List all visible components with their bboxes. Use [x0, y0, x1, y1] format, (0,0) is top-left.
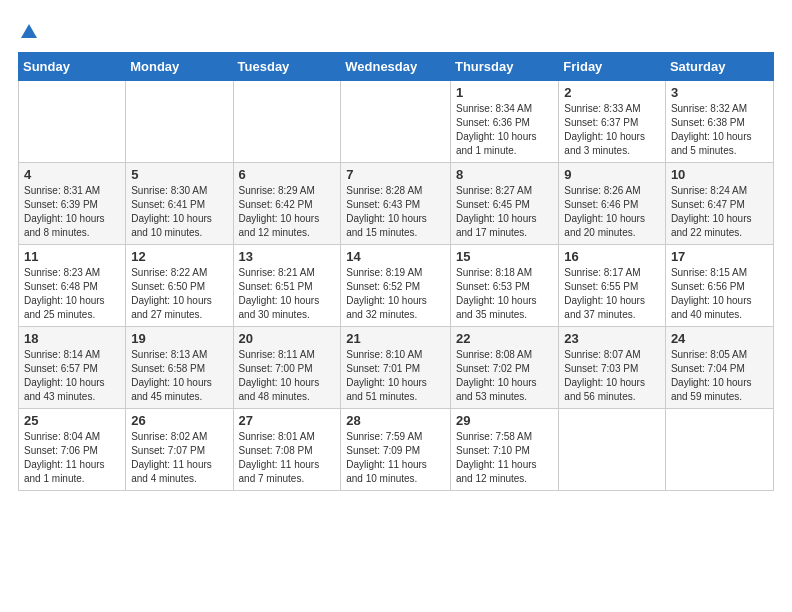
day-number: 24: [671, 331, 768, 346]
day-info: Sunrise: 8:17 AM Sunset: 6:55 PM Dayligh…: [564, 266, 660, 322]
day-cell-9: 9Sunrise: 8:26 AM Sunset: 6:46 PM Daylig…: [559, 163, 666, 245]
week-row-4: 18Sunrise: 8:14 AM Sunset: 6:57 PM Dayli…: [19, 327, 774, 409]
header-row-days: SundayMondayTuesdayWednesdayThursdayFrid…: [19, 53, 774, 81]
day-cell-14: 14Sunrise: 8:19 AM Sunset: 6:52 PM Dayli…: [341, 245, 451, 327]
day-info: Sunrise: 8:01 AM Sunset: 7:08 PM Dayligh…: [239, 430, 336, 486]
day-info: Sunrise: 8:33 AM Sunset: 6:37 PM Dayligh…: [564, 102, 660, 158]
day-cell-28: 28Sunrise: 7:59 AM Sunset: 7:09 PM Dayli…: [341, 409, 451, 491]
day-number: 6: [239, 167, 336, 182]
day-number: 16: [564, 249, 660, 264]
day-number: 8: [456, 167, 553, 182]
day-number: 21: [346, 331, 445, 346]
day-info: Sunrise: 8:18 AM Sunset: 6:53 PM Dayligh…: [456, 266, 553, 322]
day-cell-22: 22Sunrise: 8:08 AM Sunset: 7:02 PM Dayli…: [450, 327, 558, 409]
day-cell-3: 3Sunrise: 8:32 AM Sunset: 6:38 PM Daylig…: [665, 81, 773, 163]
day-info: Sunrise: 8:30 AM Sunset: 6:41 PM Dayligh…: [131, 184, 227, 240]
day-info: Sunrise: 8:10 AM Sunset: 7:01 PM Dayligh…: [346, 348, 445, 404]
day-info: Sunrise: 8:13 AM Sunset: 6:58 PM Dayligh…: [131, 348, 227, 404]
day-number: 27: [239, 413, 336, 428]
day-cell-16: 16Sunrise: 8:17 AM Sunset: 6:55 PM Dayli…: [559, 245, 666, 327]
day-info: Sunrise: 8:21 AM Sunset: 6:51 PM Dayligh…: [239, 266, 336, 322]
day-info: Sunrise: 8:26 AM Sunset: 6:46 PM Dayligh…: [564, 184, 660, 240]
day-number: 13: [239, 249, 336, 264]
day-info: Sunrise: 8:34 AM Sunset: 6:36 PM Dayligh…: [456, 102, 553, 158]
day-info: Sunrise: 7:59 AM Sunset: 7:09 PM Dayligh…: [346, 430, 445, 486]
day-cell-26: 26Sunrise: 8:02 AM Sunset: 7:07 PM Dayli…: [126, 409, 233, 491]
day-info: Sunrise: 8:32 AM Sunset: 6:38 PM Dayligh…: [671, 102, 768, 158]
day-number: 3: [671, 85, 768, 100]
day-info: Sunrise: 8:19 AM Sunset: 6:52 PM Dayligh…: [346, 266, 445, 322]
day-info: Sunrise: 8:22 AM Sunset: 6:50 PM Dayligh…: [131, 266, 227, 322]
day-number: 12: [131, 249, 227, 264]
day-number: 11: [24, 249, 120, 264]
logo: [18, 22, 38, 44]
day-cell-8: 8Sunrise: 8:27 AM Sunset: 6:45 PM Daylig…: [450, 163, 558, 245]
page-container: SundayMondayTuesdayWednesdayThursdayFrid…: [0, 0, 792, 501]
day-cell-15: 15Sunrise: 8:18 AM Sunset: 6:53 PM Dayli…: [450, 245, 558, 327]
header-tuesday: Tuesday: [233, 53, 341, 81]
day-info: Sunrise: 8:31 AM Sunset: 6:39 PM Dayligh…: [24, 184, 120, 240]
day-number: 29: [456, 413, 553, 428]
logo-arrow-icon: [20, 22, 38, 40]
day-number: 1: [456, 85, 553, 100]
empty-cell: [341, 81, 451, 163]
day-info: Sunrise: 8:23 AM Sunset: 6:48 PM Dayligh…: [24, 266, 120, 322]
empty-cell: [559, 409, 666, 491]
svg-marker-0: [21, 24, 37, 38]
day-cell-24: 24Sunrise: 8:05 AM Sunset: 7:04 PM Dayli…: [665, 327, 773, 409]
day-info: Sunrise: 8:14 AM Sunset: 6:57 PM Dayligh…: [24, 348, 120, 404]
day-number: 22: [456, 331, 553, 346]
header-row: [18, 18, 774, 44]
day-number: 17: [671, 249, 768, 264]
day-number: 25: [24, 413, 120, 428]
empty-cell: [233, 81, 341, 163]
header-thursday: Thursday: [450, 53, 558, 81]
day-info: Sunrise: 8:24 AM Sunset: 6:47 PM Dayligh…: [671, 184, 768, 240]
empty-cell: [665, 409, 773, 491]
day-number: 5: [131, 167, 227, 182]
day-cell-5: 5Sunrise: 8:30 AM Sunset: 6:41 PM Daylig…: [126, 163, 233, 245]
day-number: 4: [24, 167, 120, 182]
day-cell-23: 23Sunrise: 8:07 AM Sunset: 7:03 PM Dayli…: [559, 327, 666, 409]
day-number: 20: [239, 331, 336, 346]
day-info: Sunrise: 8:08 AM Sunset: 7:02 PM Dayligh…: [456, 348, 553, 404]
header-wednesday: Wednesday: [341, 53, 451, 81]
day-cell-18: 18Sunrise: 8:14 AM Sunset: 6:57 PM Dayli…: [19, 327, 126, 409]
day-number: 26: [131, 413, 227, 428]
header-sunday: Sunday: [19, 53, 126, 81]
day-cell-10: 10Sunrise: 8:24 AM Sunset: 6:47 PM Dayli…: [665, 163, 773, 245]
day-cell-4: 4Sunrise: 8:31 AM Sunset: 6:39 PM Daylig…: [19, 163, 126, 245]
header-saturday: Saturday: [665, 53, 773, 81]
day-cell-1: 1Sunrise: 8:34 AM Sunset: 6:36 PM Daylig…: [450, 81, 558, 163]
day-cell-13: 13Sunrise: 8:21 AM Sunset: 6:51 PM Dayli…: [233, 245, 341, 327]
day-number: 10: [671, 167, 768, 182]
day-cell-11: 11Sunrise: 8:23 AM Sunset: 6:48 PM Dayli…: [19, 245, 126, 327]
day-cell-6: 6Sunrise: 8:29 AM Sunset: 6:42 PM Daylig…: [233, 163, 341, 245]
day-info: Sunrise: 8:07 AM Sunset: 7:03 PM Dayligh…: [564, 348, 660, 404]
empty-cell: [126, 81, 233, 163]
day-number: 23: [564, 331, 660, 346]
day-cell-27: 27Sunrise: 8:01 AM Sunset: 7:08 PM Dayli…: [233, 409, 341, 491]
day-cell-20: 20Sunrise: 8:11 AM Sunset: 7:00 PM Dayli…: [233, 327, 341, 409]
day-number: 14: [346, 249, 445, 264]
day-number: 7: [346, 167, 445, 182]
week-row-3: 11Sunrise: 8:23 AM Sunset: 6:48 PM Dayli…: [19, 245, 774, 327]
day-number: 28: [346, 413, 445, 428]
day-info: Sunrise: 8:15 AM Sunset: 6:56 PM Dayligh…: [671, 266, 768, 322]
day-cell-29: 29Sunrise: 7:58 AM Sunset: 7:10 PM Dayli…: [450, 409, 558, 491]
day-info: Sunrise: 8:04 AM Sunset: 7:06 PM Dayligh…: [24, 430, 120, 486]
day-cell-19: 19Sunrise: 8:13 AM Sunset: 6:58 PM Dayli…: [126, 327, 233, 409]
day-info: Sunrise: 7:58 AM Sunset: 7:10 PM Dayligh…: [456, 430, 553, 486]
day-cell-12: 12Sunrise: 8:22 AM Sunset: 6:50 PM Dayli…: [126, 245, 233, 327]
day-number: 9: [564, 167, 660, 182]
day-info: Sunrise: 8:02 AM Sunset: 7:07 PM Dayligh…: [131, 430, 227, 486]
day-cell-17: 17Sunrise: 8:15 AM Sunset: 6:56 PM Dayli…: [665, 245, 773, 327]
day-info: Sunrise: 8:27 AM Sunset: 6:45 PM Dayligh…: [456, 184, 553, 240]
day-cell-7: 7Sunrise: 8:28 AM Sunset: 6:43 PM Daylig…: [341, 163, 451, 245]
day-info: Sunrise: 8:29 AM Sunset: 6:42 PM Dayligh…: [239, 184, 336, 240]
day-number: 18: [24, 331, 120, 346]
header-monday: Monday: [126, 53, 233, 81]
week-row-1: 1Sunrise: 8:34 AM Sunset: 6:36 PM Daylig…: [19, 81, 774, 163]
day-cell-2: 2Sunrise: 8:33 AM Sunset: 6:37 PM Daylig…: [559, 81, 666, 163]
day-info: Sunrise: 8:11 AM Sunset: 7:00 PM Dayligh…: [239, 348, 336, 404]
